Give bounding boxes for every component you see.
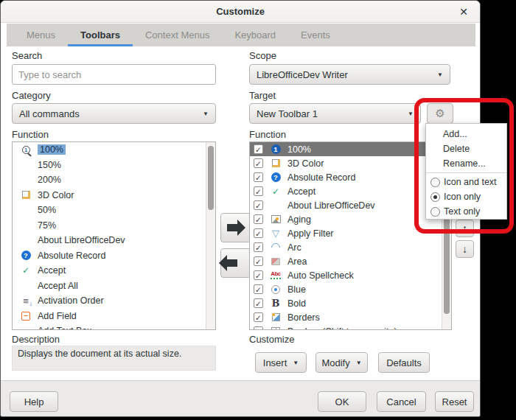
reset-button[interactable]: Reset: [435, 391, 474, 412]
ok-button[interactable]: OK: [318, 391, 366, 412]
menu-item-rename[interactable]: Rename...: [426, 156, 506, 171]
checkbox-checked[interactable]: ✓: [254, 270, 263, 280]
toolbar-item-row[interactable]: ✓✓Accept: [250, 184, 442, 198]
radio-icon: [430, 192, 440, 202]
menu-radio-icon-only[interactable]: Icon only: [426, 189, 506, 204]
list-item[interactable]: 3D Color: [13, 188, 206, 203]
tab-context-menus[interactable]: Context Menus: [133, 24, 222, 46]
menu-item-add[interactable]: Add...: [426, 127, 506, 141]
menu-radio-icon-and-text[interactable]: Icon and text: [426, 175, 506, 189]
checkbox-checked[interactable]: ✓: [254, 228, 263, 238]
modify-label: Modify: [321, 357, 349, 368]
toolbar-item-row[interactable]: ✓Borders (Shift to overwrite): [250, 324, 442, 329]
insert-dropdown-button[interactable]: Insert ▼: [255, 352, 307, 373]
checkbox-checked[interactable]: ✓: [254, 284, 263, 294]
toolbar-gear-menu-button[interactable]: ⚙: [427, 103, 453, 124]
checkbox-checked[interactable]: ✓: [254, 298, 263, 308]
checkbox-checked[interactable]: ✓: [254, 144, 263, 154]
checkbox-checked[interactable]: ✓: [254, 326, 263, 329]
list-item[interactable]: 150%: [13, 158, 206, 173]
remove-from-toolbar-button[interactable]: [220, 248, 251, 278]
cancel-button[interactable]: Cancel: [377, 391, 426, 412]
checkbox-checked[interactable]: ✓: [254, 172, 263, 182]
toolbar-item-row[interactable]: ✓BBold: [250, 296, 442, 310]
gear-popup-menu: Add...DeleteRename...Icon and textIcon o…: [425, 123, 507, 220]
list-item-label: 3D Color: [38, 190, 74, 200]
bold-icon: B: [268, 298, 283, 309]
list-item[interactable]: 200%: [13, 172, 206, 188]
list-item[interactable]: About LibreOfficeDev: [13, 233, 206, 248]
palette-icon: [268, 284, 283, 295]
toolbar-item-row[interactable]: ✓▽Apply Filter: [250, 226, 442, 240]
dialog-title: Customize: [216, 6, 265, 17]
list-item-label: 100%: [38, 144, 66, 155]
toolbar-item-label: Accept: [287, 186, 315, 197]
chevron-down-icon: ▼: [198, 111, 209, 117]
list-item[interactable]: Add Text Box: [13, 323, 206, 329]
menu-item-delete[interactable]: Delete: [426, 141, 506, 156]
no-icon: [18, 235, 33, 246]
tab-toolbars[interactable]: Toolbars: [68, 24, 133, 46]
tab-menus[interactable]: Menus: [14, 24, 68, 46]
radio-label: Text only: [444, 206, 480, 217]
checkbox-checked[interactable]: ✓: [254, 186, 263, 196]
title-bar[interactable]: Customize ✕: [1, 1, 480, 23]
list-item[interactable]: Accept All: [13, 279, 206, 294]
target-dropdown[interactable]: New Toolbar 1 ▼: [249, 103, 421, 124]
scope-dropdown[interactable]: LibreOfficeDev Writer ▼: [249, 64, 450, 85]
toolbar-item-label: Absolute Record: [287, 172, 355, 183]
tab-events[interactable]: Events: [288, 24, 343, 46]
spellcheck-icon: Abc: [268, 270, 283, 281]
toolbar-item-row[interactable]: ✓About LibreOfficeDev: [250, 198, 442, 212]
list-item[interactable]: ‒Add Field: [13, 309, 206, 324]
customize-dialog: Customize ✕ MenusToolbarsContext MenusKe…: [0, 0, 481, 417]
list-item[interactable]: 50%: [13, 203, 206, 218]
search-label: Search: [12, 50, 42, 61]
category-value: All commands: [19, 108, 80, 119]
left-scrollbar-thumb[interactable]: [208, 146, 214, 210]
add-field-icon: ‒: [18, 310, 33, 321]
toolbar-item-row[interactable]: ✓AbcAuto Spellcheck: [250, 268, 442, 282]
list-item-label: 50%: [38, 205, 56, 215]
search-input[interactable]: [12, 64, 216, 85]
toolbar-item-row[interactable]: ✓Blue: [250, 282, 442, 296]
available-functions-list: 1100%150%200%3D Color50%75%About LibreOf…: [12, 141, 216, 330]
toolbar-item-row[interactable]: ✓Area: [250, 254, 442, 268]
checkbox-checked[interactable]: ✓: [254, 242, 263, 252]
list-item[interactable]: ≡↓Activation Order: [13, 293, 206, 309]
toolbar-item-row[interactable]: ✓Arc: [250, 240, 442, 254]
toolbar-item-row[interactable]: ✓Borders: [250, 310, 442, 324]
list-item[interactable]: 75%: [13, 218, 206, 234]
help-button[interactable]: Help: [10, 391, 58, 412]
defaults-button[interactable]: Defaults: [378, 352, 430, 373]
checkbox-checked[interactable]: ✓: [254, 312, 263, 322]
toolbar-item-row[interactable]: ✓3D Color: [250, 156, 442, 170]
toolbar-item-row[interactable]: ✓?Absolute Record: [250, 170, 442, 184]
menu-radio-text-only[interactable]: Text only: [426, 204, 506, 219]
insert-label: Insert: [263, 357, 287, 368]
target-label: Target: [249, 90, 276, 101]
move-up-button[interactable]: ↑: [456, 220, 474, 237]
checkbox-checked[interactable]: ✓: [254, 214, 263, 224]
chevron-down-icon: ▼: [293, 360, 299, 366]
list-item[interactable]: ✓Accept: [13, 263, 206, 279]
modify-dropdown-button[interactable]: Modify ▼: [315, 352, 368, 373]
toolbar-item-row[interactable]: ✓Aging: [250, 212, 442, 226]
move-down-button[interactable]: ↓: [456, 240, 474, 258]
list-item[interactable]: ?Absolute Record: [13, 248, 206, 264]
checkbox-checked[interactable]: ✓: [254, 256, 263, 266]
close-icon[interactable]: ✕: [456, 4, 471, 19]
add-to-toolbar-button[interactable]: [220, 213, 251, 242]
list-item[interactable]: 1100%: [13, 142, 206, 158]
check-icon: ✓: [268, 186, 283, 197]
tab-keyboard[interactable]: Keyboard: [222, 24, 288, 46]
gear-icon: ⚙: [435, 107, 444, 120]
toolbar-item-label: Apply Filter: [287, 228, 334, 239]
checkbox-checked[interactable]: ✓: [254, 200, 263, 210]
toolbar-item-row[interactable]: ✓1100%: [250, 142, 442, 156]
category-dropdown[interactable]: All commands ▼: [12, 103, 216, 124]
checkbox-checked[interactable]: ✓: [254, 158, 263, 168]
no-icon: [18, 205, 33, 216]
left-list-scrollbar[interactable]: [206, 142, 215, 329]
toolbar-item-label: Borders: [287, 312, 320, 323]
